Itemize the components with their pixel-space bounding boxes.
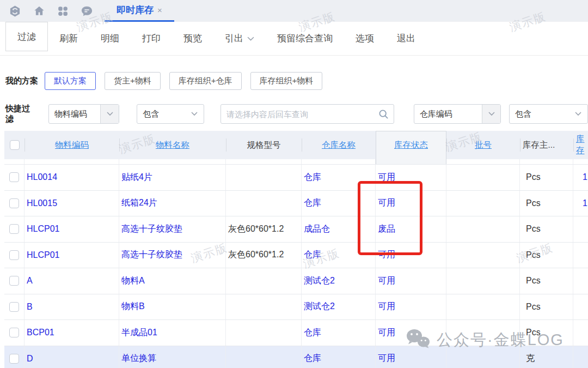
- filter-operator-select[interactable]: 包含: [137, 104, 204, 124]
- toolbar-item-label: 选项: [356, 32, 374, 45]
- table-row[interactable]: A物料A测试仓2可用Pcs: [4, 268, 588, 294]
- quick-filter-label: 快捷过滤: [5, 104, 37, 124]
- cell-name: 高选十子纹胶垫: [119, 216, 226, 242]
- cell-status: 可用: [376, 346, 446, 368]
- cell-batch: [446, 165, 520, 190]
- cell-status: 可用: [376, 165, 446, 190]
- column-header-batch[interactable]: 批号: [446, 131, 520, 159]
- table-row[interactable]: D单位换算仓库可用克: [4, 346, 588, 368]
- column-header-name[interactable]: 物料名称: [119, 131, 226, 159]
- toolbar-item-3[interactable]: 明细: [89, 22, 131, 55]
- cell-qty: [573, 268, 588, 294]
- toolbar-item-9[interactable]: 退出: [385, 22, 427, 55]
- cell-name: 单位换算: [119, 346, 226, 368]
- cell-spec: 灰色60*60*1.2: [226, 216, 302, 242]
- column-header-wh[interactable]: 仓库名称: [302, 131, 376, 159]
- column-header-qty[interactable]: 库存: [573, 131, 588, 159]
- toolbar-item-1[interactable]: 过滤: [5, 22, 48, 51]
- cell-qty: [573, 346, 588, 368]
- cell-spec: 灰色60*60*1.2: [226, 243, 302, 268]
- cell-name: 物料B: [119, 294, 226, 320]
- sliver-cell: [446, 159, 520, 164]
- cell-unit: Pcs: [520, 294, 573, 320]
- toolbar-item-4[interactable]: 打印: [131, 22, 172, 55]
- row-checkbox-cell: [4, 320, 24, 346]
- cell-unit: Pcs: [520, 320, 573, 346]
- toolbar-item-label: 过滤: [17, 31, 36, 43]
- cell-spec: [226, 346, 302, 368]
- column-header-spec[interactable]: 规格型号: [226, 131, 302, 159]
- toolbar-item-label: 明细: [101, 32, 119, 45]
- row-checkbox[interactable]: [9, 302, 19, 312]
- toolbar-item-2[interactable]: 刷新: [48, 22, 89, 55]
- scheme-button-1[interactable]: 默认方案: [45, 72, 96, 90]
- sliver-cell: [376, 159, 446, 164]
- select-all-checkbox[interactable]: [10, 140, 20, 150]
- cell-warehouse: 仓库: [302, 320, 376, 346]
- sliver-cell: [226, 159, 302, 164]
- message-icon[interactable]: [81, 5, 93, 17]
- toolbar-item-label: 预览: [183, 32, 202, 45]
- row-checkbox[interactable]: [9, 250, 19, 260]
- cell-warehouse: 仓库: [302, 346, 376, 368]
- tab-close-icon[interactable]: ×: [157, 5, 162, 15]
- cell-status: 可用: [376, 294, 446, 320]
- toolbar-item-7[interactable]: 预留综合查询: [266, 22, 344, 55]
- cell-qty: 1: [573, 191, 588, 216]
- toolbar-item-6[interactable]: 引出: [213, 22, 266, 55]
- filter-field-value: 物料编码: [49, 109, 100, 119]
- row-checkbox[interactable]: [9, 276, 19, 286]
- cell-qty: [573, 320, 588, 346]
- sync-logo-icon[interactable]: [9, 5, 21, 17]
- cell-spec: [226, 268, 302, 294]
- row-checkbox[interactable]: [9, 354, 19, 364]
- row-checkbox[interactable]: [9, 224, 19, 234]
- cell-unit: Pcs: [520, 243, 573, 268]
- scheme-button-3[interactable]: 库存组织+仓库: [169, 72, 242, 90]
- search-icon[interactable]: [374, 109, 394, 119]
- table-row[interactable]: BCP01半成品01仓库可用Pcs: [4, 320, 588, 346]
- toolbar-item-label: 退出: [397, 32, 415, 45]
- toolbar-item-8[interactable]: 选项: [344, 22, 385, 55]
- cell-code: BCP01: [24, 320, 119, 346]
- cell-status: 废品: [376, 216, 446, 242]
- chevron-down-icon: [569, 105, 587, 123]
- cell-code: D: [24, 346, 119, 368]
- tab-instant-inventory[interactable]: 即时库存 ×: [105, 0, 174, 22]
- cell-name: 物料A: [119, 268, 226, 294]
- table-row[interactable]: HL0014贴纸4片仓库可用Pcs1: [4, 165, 588, 191]
- table-row[interactable]: HLCP01高选十子纹胶垫灰色60*60*1.2成品仓废品Pcs: [4, 216, 588, 243]
- cell-status: 可用: [376, 243, 446, 268]
- row-checkbox[interactable]: [9, 328, 19, 337]
- home-icon[interactable]: [33, 5, 45, 17]
- table-row[interactable]: HL0015纸箱24片仓库可用Pcs1: [4, 191, 588, 217]
- filter-field2-select[interactable]: 仓库编码: [414, 104, 501, 124]
- toolbar-item-5[interactable]: 预览: [172, 22, 213, 55]
- filter-field2-value: 仓库编码: [414, 109, 482, 119]
- table-row[interactable]: HLCP01高选十子纹胶垫灰色60*60*1.2仓库可用Pcs: [4, 243, 588, 269]
- column-header-unit[interactable]: 库存主...: [520, 131, 573, 159]
- cell-batch: [446, 268, 520, 294]
- filter-field-select[interactable]: 物料编码: [48, 104, 119, 124]
- row-checkbox[interactable]: [9, 198, 19, 208]
- filter-search-input[interactable]: [221, 109, 374, 119]
- column-header-code[interactable]: 物料编码: [24, 131, 119, 159]
- cell-batch: [446, 346, 520, 368]
- column-header-status[interactable]: 库存状态: [376, 131, 446, 159]
- row-checkbox[interactable]: [9, 172, 19, 182]
- cell-code: HL0015: [24, 191, 119, 216]
- apps-icon[interactable]: [57, 5, 69, 17]
- scheme-button-4[interactable]: 库存组织+物料: [250, 72, 323, 90]
- tab-label: 即时库存: [117, 4, 154, 16]
- cell-spec: [226, 294, 302, 320]
- filter-operator2-select[interactable]: 包含: [509, 104, 588, 124]
- cell-code: HL0014: [24, 165, 119, 190]
- cell-status: 可用: [376, 320, 446, 346]
- table-row[interactable]: B物料B测试仓2可用Pcs: [4, 294, 588, 321]
- scheme-bar-label: 我的方案: [5, 76, 38, 86]
- sliver-cell: [520, 159, 573, 164]
- sliver-cell: [4, 159, 24, 164]
- filter-operator-value: 包含: [137, 109, 185, 119]
- inventory-table: 物料编码物料名称规格型号仓库名称库存状态批号库存主...库存 HL0014贴纸4…: [4, 131, 588, 368]
- scheme-button-2[interactable]: 货主+物料: [105, 72, 161, 90]
